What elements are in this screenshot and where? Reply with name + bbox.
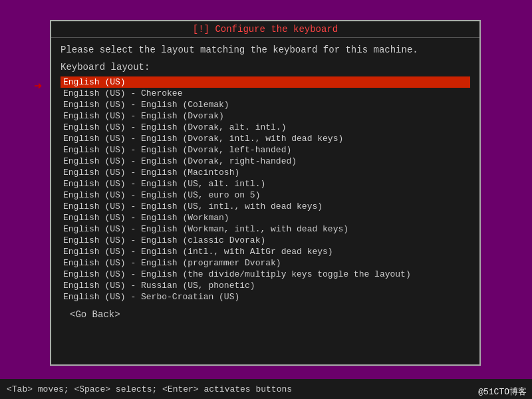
red-arrow-icon: ➜ [34,78,42,94]
list-item[interactable]: English (US) - English (Dvorak, right-ha… [61,156,470,167]
list-item[interactable]: English (US) - English (US, intl., with … [61,201,470,212]
watermark-text: @51CTO博客 [478,386,527,398]
list-item[interactable]: English (US) - English (intl., with AltG… [61,246,470,257]
status-bar-text: <Tab> moves; <Space> selects; <Enter> ac… [7,384,292,394]
list-item[interactable]: English (US) - Russian (US, phonetic) [61,280,470,291]
list-item[interactable]: English (US) - English (programmer Dvora… [61,257,470,269]
list-item[interactable]: English (US) [61,76,470,88]
arrow-container: ➜ English (US)English (US) - CherokeeEng… [61,76,470,303]
list-item[interactable]: English (US) - English (Dvorak, intl., w… [61,133,470,144]
keyboard-layout-label: Keyboard layout: [61,62,470,72]
list-item[interactable]: English (US) - English (classic Dvorak) [61,235,470,246]
description-text: Please select the layout matching the ke… [61,45,470,55]
list-item[interactable]: English (US) - Cherokee [61,88,470,99]
go-back-button[interactable]: <Go Back> [70,309,470,320]
list-item[interactable]: English (US) - English (Dvorak, left-han… [61,144,470,156]
title-text: [!] Configure the keyboard [193,24,338,35]
list-item[interactable]: English (US) - English (Workman, intl., … [61,223,470,235]
list-item[interactable]: English (US) - Serbo-Croatian (US) [61,291,470,303]
title-bar: [!] Configure the keyboard [51,21,479,38]
list-item[interactable]: English (US) - English (US, alt. intl.) [61,178,470,190]
list-item[interactable]: English (US) - English (Dvorak) [61,110,470,122]
list-item[interactable]: English (US) - English (Dvorak, alt. int… [61,122,470,133]
list-item[interactable]: English (US) - English (US, euro on 5) [61,190,470,201]
terminal-window: [!] Configure the keyboard Please select… [50,20,481,366]
list-item[interactable]: English (US) - English (Colemak) [61,99,470,110]
keyboard-layout-list: English (US)English (US) - CherokeeEngli… [61,76,470,303]
list-item[interactable]: English (US) - English (Workman) [61,212,470,223]
status-bar: <Tab> moves; <Space> selects; <Enter> ac… [0,379,532,399]
list-item[interactable]: English (US) - English (Macintosh) [61,167,470,178]
list-item[interactable]: English (US) - English (the divide/multi… [61,269,470,280]
